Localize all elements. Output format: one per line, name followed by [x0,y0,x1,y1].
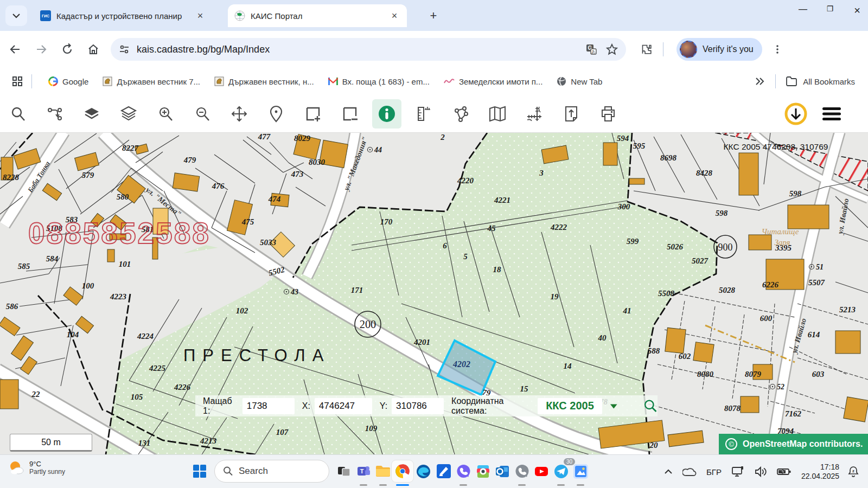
viber-app[interactable] [452,460,474,482]
building [107,249,114,262]
building [173,173,199,191]
info-icon [378,105,396,123]
apps-grid-button[interactable] [12,76,23,87]
language-indicator[interactable]: БГР [706,467,722,477]
taskbar-search[interactable]: Search [214,460,329,483]
browser-menu-button[interactable] [767,38,788,60]
copyright-icon: © [725,438,737,450]
coordinate-search-icon[interactable] [643,398,658,414]
window-minimize-icon[interactable]: — [796,4,809,17]
notifications-button[interactable]: z [847,466,859,478]
map-overview-tool[interactable] [483,99,512,129]
bookmark-item[interactable]: Държавен вестник 7... [103,76,200,86]
address-bar[interactable]: kais.cadastre.bg/bg/Map/Index Gあ [111,38,626,61]
bookmark-label: New Tab [571,77,602,86]
parcel-label: 7162 [785,409,802,418]
youtube-app[interactable] [531,460,552,482]
map-zoom-in-tool[interactable] [151,99,180,129]
reload-button[interactable] [56,38,78,60]
map-info-tool[interactable] [372,99,401,129]
dropdown-arrow-icon[interactable] [610,403,618,409]
battery-tray-icon[interactable] [777,467,791,476]
scale-input[interactable] [242,398,295,414]
kebab-menu-icon [772,44,783,55]
tab-cadastre[interactable]: ГИС Кадастър и устройствено планир × [34,4,213,27]
map-route-tool[interactable] [40,99,69,129]
viber-icon [456,464,471,479]
gray-phone-app[interactable] [511,460,533,482]
chrome-icon [395,464,410,479]
map-locate-tool[interactable] [261,99,291,129]
photos-app[interactable] [570,460,591,482]
map-select-remove-tool[interactable] [335,99,365,129]
back-button[interactable] [4,38,26,60]
map-basemap-tool[interactable] [77,99,106,129]
map-layers-tool[interactable] [114,99,143,129]
new-tab-button[interactable]: + [426,9,441,24]
bluestacks-app[interactable] [472,460,494,482]
parcel-label: 5033 [260,238,277,247]
map-select-add-tool[interactable] [298,99,328,129]
bookmark-item[interactable]: Google [48,76,88,86]
map-measure-tool[interactable] [409,99,438,129]
start-button[interactable] [189,460,210,482]
task-view-button[interactable] [333,460,355,482]
map-pan-tool[interactable] [225,99,254,129]
weather-widget[interactable]: 9°CPartly sunny [8,459,65,477]
translate-icon[interactable]: Gあ [585,43,598,56]
forward-button[interactable] [30,38,52,60]
bookmarks-overflow-icon[interactable] [755,77,765,86]
bookmark-item[interactable]: Държавен вестник, н... [214,76,314,86]
weather-icon [8,459,25,477]
y-input[interactable] [392,398,444,414]
printer-icon [599,105,617,123]
clock[interactable]: 17:18 22.04.2025 [801,463,839,481]
bookmark-star-icon[interactable] [605,43,618,56]
teams-app[interactable]: T [353,460,374,482]
site-settings-icon[interactable] [118,43,130,55]
bookmark-item[interactable]: New Tab [557,76,602,86]
file-explorer-app[interactable] [372,460,394,482]
x-input[interactable] [315,398,372,414]
tab-close-icon[interactable]: × [388,10,400,22]
outlook-app[interactable] [492,460,513,482]
all-bookmarks-label[interactable]: All Bookmarks [803,77,855,86]
crs-coordinates-note: ККС 2005 4746208, 310769 [724,142,828,151]
bookmark-item[interactable]: Земеделски имоти п... [444,77,542,86]
telegram-app[interactable]: 30 [550,460,572,482]
lion-crest-icon [103,76,112,86]
map-print-tool[interactable] [593,99,623,129]
map-download-button[interactable] [781,99,810,129]
chrome-app[interactable] [392,460,413,482]
extensions-button[interactable] [636,38,658,60]
map-zoom-out-tool[interactable] [188,99,217,129]
download-circle-icon [784,102,808,126]
url-text[interactable]: kais.cadastre.bg/bg/Map/Index [137,44,585,55]
window-maximize-icon[interactable]: ❐ [824,4,837,17]
cast-tray-icon[interactable] [731,466,744,478]
osm-attribution-text[interactable]: OpenStreetMap contributors. [743,439,863,449]
tab-close-icon[interactable]: × [194,10,206,22]
window-close-icon[interactable]: × [851,4,864,17]
building [749,235,771,250]
tray-expand-button[interactable] [664,469,673,474]
teams-icon: T [356,464,371,479]
coordinate-grid-icon [525,105,544,123]
map-menu-button[interactable] [817,99,846,129]
crs-dropdown[interactable]: ККС 2005 [538,398,603,414]
edge-app[interactable] [412,460,434,482]
map-search-tool[interactable] [3,99,33,129]
verify-profile-button[interactable]: Verify it's you [676,38,762,61]
tab-kais-portal[interactable]: КАИС Портал × [228,4,407,27]
onedrive-tray-icon[interactable] [682,467,697,477]
map-export-tool[interactable] [557,99,586,129]
blue-utility-app[interactable] [433,460,455,482]
volume-tray-icon[interactable] [754,466,767,477]
parcel-label: 4225 [149,364,166,373]
map-coordinates-tool[interactable] [520,99,549,129]
bookmark-item[interactable]: Вх. поща (1 683) - em... [328,77,430,86]
bookmark-label: Държавен вестник, н... [228,77,314,86]
home-button[interactable] [82,38,104,60]
map-polygon-tool[interactable] [446,99,475,129]
tab-search-button[interactable] [5,5,27,26]
